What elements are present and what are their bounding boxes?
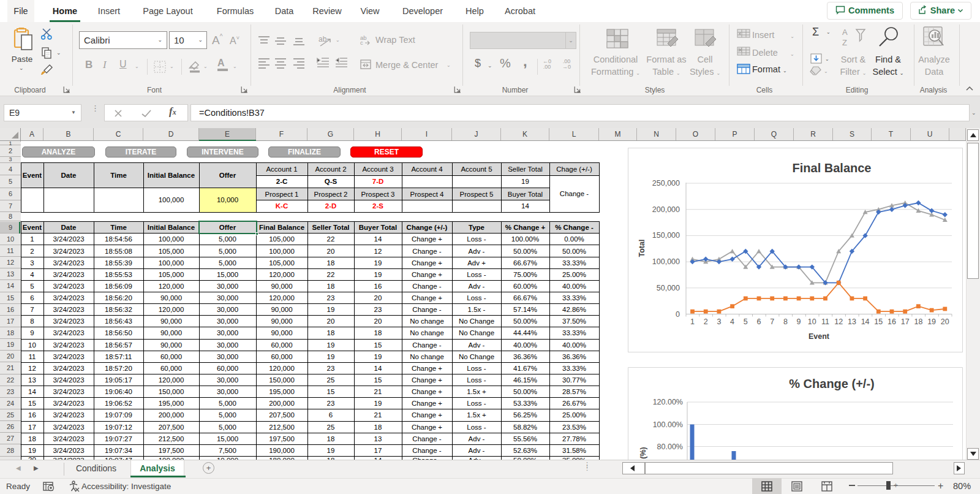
svg-text:0: 0 [676,310,680,319]
svg-text:Final Balance: Final Balance [793,161,872,175]
svg-text:A: A [842,28,848,37]
svg-text:20: 20 [941,317,949,326]
svg-text:Z: Z [842,38,847,47]
svg-text:1: 1 [690,317,695,326]
svg-text:19: 19 [927,317,936,326]
svg-text:18: 18 [914,317,922,326]
svg-text:100,000: 100,000 [652,257,680,266]
svg-text:Total: Total [638,240,646,257]
svg-text:4: 4 [730,317,734,326]
svg-text:(%): (%) [639,447,647,458]
svg-text:200,000: 200,000 [652,205,680,214]
svg-text:11: 11 [821,317,829,326]
svg-text:50,000: 50,000 [657,284,680,292]
svg-text:10: 10 [808,317,816,326]
svg-text:100.00%: 100.00% [653,420,683,429]
svg-text:14: 14 [861,317,870,326]
svg-text:% Change (+/-): % Change (+/-) [789,377,874,390]
svg-text:6: 6 [757,317,761,326]
svg-text:13: 13 [848,317,856,326]
svg-text:8: 8 [783,317,788,326]
svg-text:120.00%: 120.00% [653,398,683,406]
svg-text:12: 12 [834,317,843,326]
svg-text:15: 15 [874,317,883,326]
svg-text:80.00%: 80.00% [657,443,683,451]
svg-text:17: 17 [901,317,910,326]
svg-text:250,000: 250,000 [652,179,680,188]
svg-text:Event: Event [809,332,830,341]
svg-text:150,000: 150,000 [652,231,680,240]
svg-text:2: 2 [704,317,708,326]
svg-text:16: 16 [888,317,896,326]
svg-text:3: 3 [717,317,721,326]
svg-text:c: c [360,39,363,45]
svg-text:5: 5 [744,317,748,326]
svg-text:9: 9 [797,317,801,326]
svg-text:7: 7 [770,317,774,326]
